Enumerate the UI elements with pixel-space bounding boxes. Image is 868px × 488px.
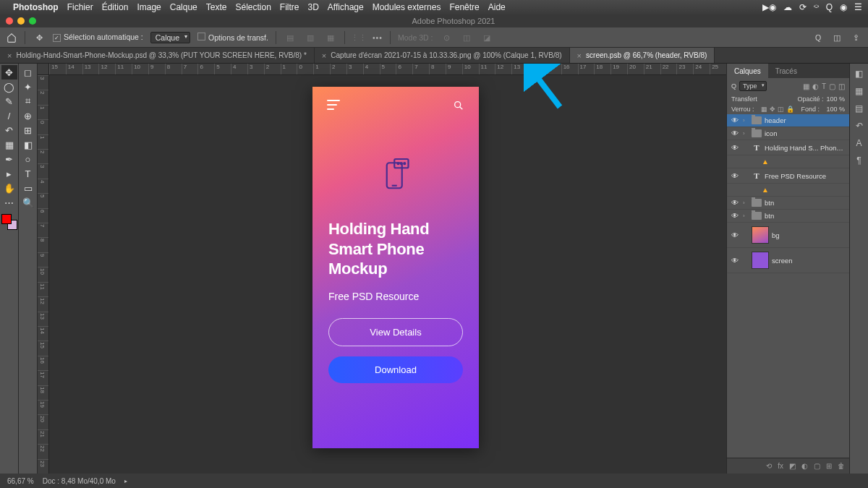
layer-row[interactable]: 👁TFree PSD Resource	[727, 168, 849, 184]
type-tool[interactable]: T	[20, 166, 36, 181]
visibility-icon[interactable]: 👁	[730, 144, 740, 152]
layer-row[interactable]: 👁THolding Hand S... Phone Mockup	[727, 140, 849, 155]
lasso-tool[interactable]: ◯	[1, 80, 17, 94]
visibility-icon[interactable]: 👁	[730, 199, 740, 207]
brush-tool[interactable]: /	[1, 108, 17, 123]
menu-calque[interactable]: Calque	[170, 2, 197, 12]
filter-adjust-icon[interactable]: ◐	[812, 82, 819, 90]
opacity-value[interactable]: 100 %	[826, 95, 845, 103]
record-icon[interactable]: ▶◉	[762, 2, 776, 12]
menu-3d[interactable]: 3D	[308, 2, 319, 12]
layer-row[interactable]: 👁›btn	[727, 210, 849, 223]
chevron-right-icon[interactable]: ▸	[124, 478, 127, 484]
doc-size[interactable]: Doc : 8,48 Mo/40,0 Mo	[43, 477, 116, 485]
color-panel-icon[interactable]: ◧	[852, 67, 867, 81]
sync-icon[interactable]: ⟳	[799, 2, 807, 12]
clone-tool[interactable]: ⊞	[20, 123, 36, 137]
ruler-origin[interactable]	[38, 64, 49, 75]
menu-texte[interactable]: Texte	[206, 2, 227, 12]
menu-filtre[interactable]: Filtre	[280, 2, 299, 12]
group-icon[interactable]: ▢	[814, 462, 820, 470]
auto-select-checkbox[interactable]: ✓	[53, 34, 61, 42]
cloud-icon[interactable]: ☁	[783, 2, 792, 12]
move-tool[interactable]: ✥	[1, 65, 17, 80]
doc-tab-1[interactable]: ×Holding-Hand-Smart-Phone-Mockup.psd @ 3…	[0, 48, 315, 63]
chevron-icon[interactable]: ›	[743, 200, 749, 206]
lock-all-icon[interactable]: 🔒	[786, 106, 794, 113]
close-icon[interactable]: ×	[322, 51, 326, 60]
shape-tool[interactable]: ▭	[20, 181, 36, 195]
close-icon[interactable]: ×	[7, 51, 12, 60]
lock-position-icon[interactable]: ✥	[770, 106, 775, 113]
layer-row[interactable]: 👁screen	[727, 248, 849, 273]
menu-modules[interactable]: Modules externes	[373, 2, 441, 12]
para-panel-icon[interactable]: ¶	[852, 153, 867, 168]
dodge-tool[interactable]: ○	[20, 152, 36, 166]
search-icon[interactable]: Q	[812, 31, 825, 44]
wifi-icon[interactable]: ⌔	[814, 2, 819, 12]
layer-fx-icon[interactable]: fx	[778, 462, 783, 470]
new-layer-icon[interactable]: ⊞	[826, 462, 832, 470]
ruler-horizontal[interactable]: 1514131211109876543210123456789101112131…	[49, 64, 726, 75]
menu-edition[interactable]: Édition	[102, 2, 129, 12]
minimize-window-button[interactable]	[17, 17, 25, 25]
chevron-icon[interactable]: ›	[743, 130, 749, 137]
path-select-tool[interactable]: ▸	[1, 166, 17, 181]
delete-layer-icon[interactable]: 🗑	[838, 462, 845, 470]
menu-aide[interactable]: Aide	[488, 2, 506, 12]
workspace-icon[interactable]: ◫	[830, 31, 843, 44]
maximize-window-button[interactable]	[29, 17, 36, 25]
tab-calques[interactable]: Calques	[727, 64, 768, 78]
filter-text-icon[interactable]: T	[822, 82, 826, 90]
tab-traces[interactable]: Tracés	[768, 64, 804, 78]
canvas-area[interactable]: 1514131211109876543210123456789101112131…	[38, 64, 726, 474]
filter-shape-icon[interactable]: ▢	[829, 82, 835, 90]
visibility-icon[interactable]: 👁	[730, 231, 740, 239]
menu-fichier[interactable]: Fichier	[67, 2, 93, 12]
close-window-button[interactable]	[6, 17, 13, 25]
app-name[interactable]: Photoshop	[13, 2, 59, 12]
lock-pixels-icon[interactable]: ▦	[761, 106, 767, 113]
zoom-level[interactable]: 66,67 %	[7, 477, 34, 485]
more-align-icon[interactable]: •••	[373, 33, 383, 42]
gradient-tool[interactable]: ▦	[1, 137, 17, 152]
visibility-icon[interactable]: 👁	[730, 172, 740, 180]
healing-tool[interactable]: ⊕	[20, 108, 36, 123]
ruler-vertical[interactable]: 3210123456789101112131415161718192021222…	[38, 75, 49, 474]
blend-mode-select[interactable]: Transfert	[731, 95, 794, 103]
chevron-icon[interactable]: ›	[743, 117, 749, 124]
filter-pixel-icon[interactable]: ▦	[803, 82, 809, 90]
menu-fenetre[interactable]: Fenêtre	[449, 2, 479, 12]
doc-tab-3[interactable]: ×screen.psb @ 66,7% (header, RVB/8)	[570, 48, 715, 63]
char-panel-icon[interactable]: A	[852, 136, 867, 150]
home-icon[interactable]	[6, 32, 17, 43]
share-icon[interactable]: ⇪	[849, 31, 862, 44]
adjust-panel-icon[interactable]: ▤	[852, 101, 867, 116]
layer-mask-icon[interactable]: ◩	[789, 462, 796, 470]
layer-row[interactable]: 👁›btn	[727, 197, 849, 210]
pen-tool[interactable]: ✒	[1, 152, 17, 166]
marquee-tool[interactable]: ◻	[20, 65, 36, 80]
close-icon[interactable]: ×	[577, 51, 582, 60]
link-layers-icon[interactable]: ⟲	[766, 462, 772, 470]
fill-value[interactable]: 100 %	[826, 106, 845, 113]
edit-toolbar[interactable]: ⋯	[1, 195, 17, 210]
auto-select-target[interactable]: Calque	[150, 32, 190, 43]
layer-row[interactable]: 👁bg	[727, 223, 849, 248]
adjustment-layer-icon[interactable]: ◐	[801, 462, 808, 470]
visibility-icon[interactable]: 👁	[730, 129, 740, 137]
artboard-screen[interactable]: Holding Hand Smart Phone Mockup Free PSD…	[312, 87, 479, 448]
lock-artboard-icon[interactable]: ◫	[778, 106, 784, 113]
hand-tool[interactable]: ✋	[1, 181, 17, 195]
swatches-panel-icon[interactable]: ▦	[852, 84, 867, 98]
visibility-icon[interactable]: 👁	[730, 257, 740, 265]
history-panel-icon[interactable]: ↶	[852, 119, 867, 133]
chevron-icon[interactable]: ›	[743, 213, 749, 219]
layer-filter-type[interactable]: Type	[739, 81, 767, 91]
user-icon[interactable]: ◉	[840, 2, 847, 12]
layer-row[interactable]: 👁›header	[727, 114, 849, 127]
magic-wand-tool[interactable]: ✦	[20, 80, 36, 94]
eraser-tool[interactable]: ◧	[20, 137, 36, 152]
foreground-color[interactable]	[1, 214, 12, 224]
color-swatches[interactable]	[1, 214, 17, 230]
